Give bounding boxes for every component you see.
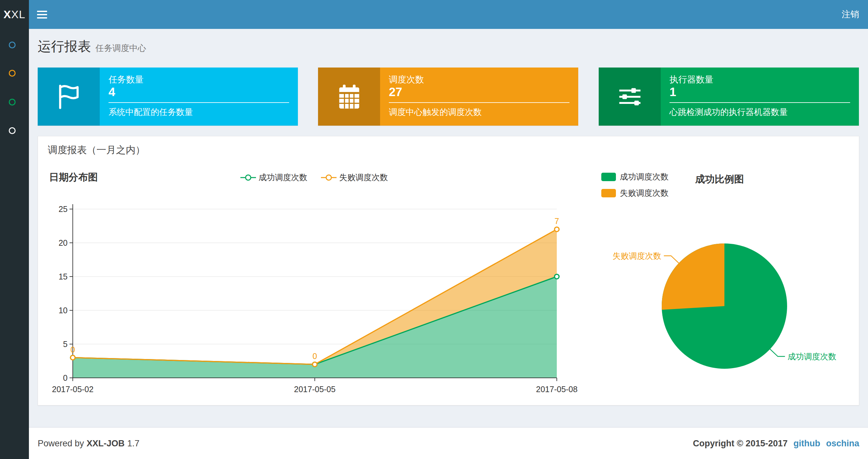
sliders-icon [599,67,661,126]
legend-label: 成功调度次数 [258,172,307,183]
svg-text:2017-05-02: 2017-05-02 [52,385,94,394]
logout-link[interactable]: 注销 [833,0,868,29]
svg-text:成功调度次数: 成功调度次数 [787,352,836,361]
svg-text:0: 0 [70,345,75,354]
app-logo-text-light: XL [11,8,26,21]
svg-text:0: 0 [312,352,317,361]
sidebar-item-3-circle-icon[interactable] [9,99,16,105]
svg-text:7: 7 [555,217,559,226]
date-distribution-chart: 05101520252017-05-022017-05-052017-05-08… [49,195,601,409]
schedule-report-panel: 调度报表（一月之内） 日期分布图 成功调度次数 失败调度次数 051015202… [38,136,859,405]
info-box-title: 任务数量 [108,74,289,85]
svg-text:2017-05-08: 2017-05-08 [536,385,578,394]
svg-text:5: 5 [63,339,68,349]
copyright-text: Copyright © 2015-2017 [693,438,788,449]
info-box-divider [108,102,289,103]
svg-text:0: 0 [63,373,68,383]
product-version: 1.7 [127,438,140,449]
info-box-body: 调度次数 27 调度中心触发的调度次数 [380,67,578,126]
info-box-body: 任务数量 4 系统中配置的任务数量 [100,67,298,126]
info-box-title: 调度次数 [389,74,569,85]
info-box-trigger-count: 调度次数 27 调度中心触发的调度次数 [318,67,578,126]
legend-item-success[interactable]: 成功调度次数 [240,172,307,183]
info-box-description: 心跳检测成功的执行器机器数量 [670,106,850,118]
hamburger-icon [37,11,47,12]
footer: Powered by XXL-JOB 1.7 Copyright © 2015-… [29,427,868,459]
sidebar-item-2-circle-icon[interactable] [9,70,16,76]
panel-title: 调度报表（一月之内） [48,143,145,157]
page-subtitle: 任务调度中心 [95,43,146,53]
info-box-value: 1 [670,86,850,99]
top-navbar: XXL 注销 [0,0,868,29]
info-box-value: 4 [108,86,289,99]
info-box-divider [389,102,569,103]
app-logo[interactable]: XXL [0,0,29,29]
flag-icon [38,67,100,126]
info-box-description: 系统中配置的任务数量 [108,106,289,118]
info-box-value: 27 [389,86,569,99]
info-box-title: 执行器数量 [670,74,850,85]
legend-item-fail[interactable]: 失败调度次数 [321,172,388,183]
info-box-executor-count: 执行器数量 1 心跳检测成功的执行器机器数量 [599,67,859,126]
svg-text:10: 10 [59,306,68,315]
info-box-body: 执行器数量 1 心跳检测成功的执行器机器数量 [661,67,859,126]
product-name: XXL-JOB [87,438,125,449]
svg-text:失败调度次数: 失败调度次数 [613,251,661,260]
footer-powered-by: Powered by XXL-JOB 1.7 [38,427,140,459]
sidebar-item-1-circle-icon[interactable] [9,41,16,48]
info-box-divider [670,102,850,103]
sidebar-toggle-button[interactable] [29,0,55,29]
legend-label: 失败调度次数 [339,172,388,183]
calendar-icon [318,67,380,126]
info-box-job-count: 任务数量 4 系统中配置的任务数量 [38,67,298,126]
svg-text:20: 20 [59,238,68,248]
svg-text:25: 25 [59,204,68,214]
app-logo-text-bold: X [4,8,11,21]
sidebar-item-4-circle-icon[interactable] [9,127,16,134]
page-title: 运行报表 [38,39,91,54]
footer-copyright: Copyright © 2015-2017 github oschina [693,427,859,459]
oschina-link[interactable]: oschina [826,438,859,449]
svg-text:2017-05-05: 2017-05-05 [294,385,336,394]
powered-prefix: Powered by [38,438,84,449]
line-chart-legend: 成功调度次数 失败调度次数 [38,172,590,183]
github-link[interactable]: github [794,438,820,449]
line-legend-marker-icon [240,173,256,182]
sidebar [0,29,29,459]
line-legend-marker-icon [321,173,337,182]
success-ratio-pie-chart: 成功调度次数失败调度次数 [601,169,860,400]
info-box-description: 调度中心触发的调度次数 [389,106,569,118]
svg-text:15: 15 [59,272,68,281]
page-header: 运行报表任务调度中心 [38,38,146,56]
